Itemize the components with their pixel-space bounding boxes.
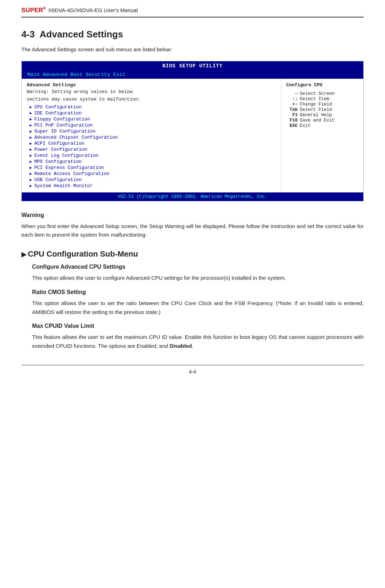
bios-menu-item[interactable]: USB Configuration (27, 177, 276, 183)
bios-key-symbol: ↑↓ (286, 97, 298, 102)
ratio-cmos-text: This option allows the user to set the r… (32, 299, 364, 317)
bios-key-symbol: ↔ (286, 91, 298, 96)
bios-title: BIOS SETUP UTILITY (22, 61, 363, 71)
brand-logo: SUPER® (21, 6, 46, 14)
maxcpuid-text-after: . (192, 343, 193, 349)
header-title: X6DVA-4G/X6DVA-EG User's Manual (48, 7, 138, 13)
bios-key-desc: Exit (300, 123, 310, 128)
bios-key-row: TabSelect Field (286, 107, 358, 112)
section-title: Advanced Settings (40, 29, 123, 40)
bios-key-row: ↔Select Screen (286, 91, 358, 96)
bios-content: Advanced Settings Warning: Setting wrong… (22, 79, 363, 192)
maxcpuid-text-before: This feature allows the user to set the … (32, 334, 364, 349)
brand-sup: ® (43, 6, 46, 10)
bios-menu-item[interactable]: Advanced Chipset Configuration (27, 134, 276, 140)
bios-right-panel: Configure CPU ↔Select Screen↑↓Select Ite… (281, 79, 363, 192)
maxcpuid-text: This feature allows the user to set the … (32, 333, 364, 351)
warning-heading: Warning (21, 212, 364, 218)
bios-key-desc: Select Field (300, 107, 332, 112)
warning-block: Warning When you first enter the Advance… (21, 212, 364, 240)
bios-key-desc: Select Screen (300, 91, 335, 96)
bios-menu-item[interactable]: PCI Express Configuration (27, 165, 276, 171)
bios-menu-item[interactable]: Power Configuration (27, 146, 276, 153)
bios-menu-item[interactable]: Super IO Configuration (27, 128, 276, 134)
section-heading: 4-3 Advanced Settings (21, 29, 364, 40)
bios-configure-label: Configure CPU (286, 82, 358, 88)
bios-key-row: +-Change Field (286, 102, 358, 107)
bios-settings-header: Advanced Settings (27, 82, 276, 88)
bios-key-symbol: F1 (286, 113, 298, 118)
configure-cpu-text: This option allows the user to configure… (32, 274, 364, 283)
cpu-submenu-heading: CPU Configuration Sub-Menu (21, 249, 364, 259)
bios-menu-item[interactable]: ACPI Configuration (27, 140, 276, 146)
bios-menu-item[interactable]: System Health Monitor (27, 183, 276, 189)
maxcpuid-disabled-label: Disabled (170, 343, 192, 349)
intro-text: The Advanced Settings screen and sub men… (21, 46, 364, 52)
bios-key-row: F10Save and Exit (286, 118, 358, 123)
bios-key-symbol: Tab (286, 107, 298, 112)
bios-menu-item[interactable]: Remote Access Configuration (27, 171, 276, 177)
bios-key-list: ↔Select Screen↑↓Select Item+-Change Fiel… (286, 91, 358, 128)
bios-key-row: ESCExit (286, 123, 358, 128)
page-footer: 4-4 (21, 365, 364, 375)
bios-key-desc: General Help (300, 113, 332, 118)
bios-key-desc: Select Item (300, 97, 329, 102)
bios-menu-item[interactable]: Floppy Configuration (27, 116, 276, 122)
section-number: 4-3 (21, 29, 35, 40)
bios-key-row: F1General Help (286, 113, 358, 118)
bios-warning-line2: sections may cause system to malfunction… (27, 97, 276, 102)
bios-left-panel: Advanced Settings Warning: Setting wrong… (22, 79, 281, 192)
bios-menu-item[interactable]: MPS Configuration (27, 159, 276, 165)
bios-key-desc: Save and Exit (300, 118, 335, 123)
bios-key-symbol: +- (286, 102, 298, 107)
bios-menu-items: CPU ConfigurationIDE ConfigurationFloppy… (27, 104, 276, 189)
bios-menu-item[interactable]: Event Log Configuration (27, 153, 276, 159)
page-header: SUPER® X6DVA-4G/X6DVA-EG User's Manual (21, 0, 364, 17)
bios-menu-item[interactable]: CPU Configuration (27, 104, 276, 110)
warning-text: When you first enter the Advanced Setup … (21, 222, 364, 240)
bios-menu-item[interactable]: IDE Configuration (27, 110, 276, 116)
bios-key-symbol: F10 (286, 118, 298, 123)
bios-key-row: ↑↓Select Item (286, 97, 358, 102)
ratio-cmos-heading: Ratio CMOS Setting (32, 289, 364, 295)
bios-key-symbol: ESC (286, 123, 298, 128)
brand-name: SUPER (21, 7, 43, 14)
maxcpuid-heading: Max CPUID Value Limit (32, 323, 364, 329)
bios-menu-item[interactable]: PCI PnP Configuration (27, 122, 276, 128)
bios-footer: VOZ-53 (C)Copyright 1985-2002, American … (22, 192, 363, 201)
page-number: 4-4 (189, 369, 196, 375)
configure-cpu-heading: Configure Advanced CPU Settings (32, 264, 364, 270)
bios-screenshot: BIOS SETUP UTILITY Main Advanced Boot Se… (21, 61, 364, 201)
bios-menu-bar: Main Advanced Boot Security Exit (22, 71, 363, 79)
bios-warning-line1: Warning: Setting wrong values in below (27, 89, 276, 94)
bios-key-desc: Change Field (300, 102, 332, 107)
